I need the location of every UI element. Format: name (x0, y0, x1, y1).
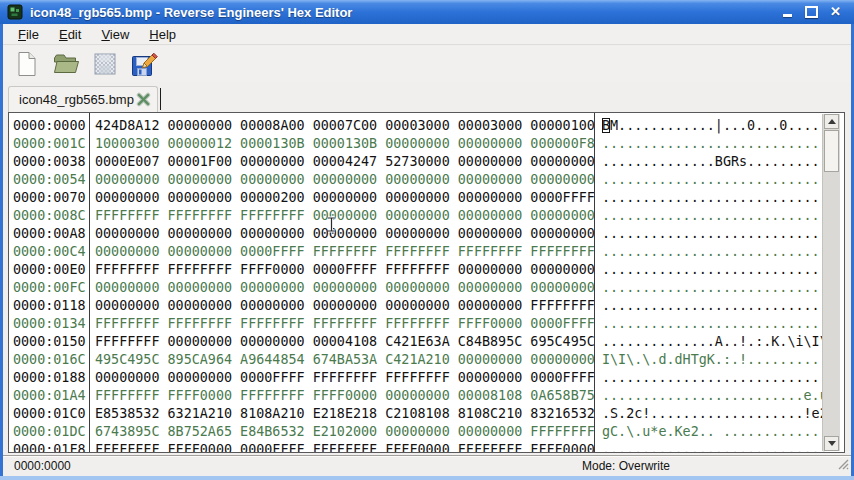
menu-file[interactable]: File (8, 25, 49, 44)
row-ascii[interactable]: ............................ (595, 207, 828, 225)
row-ascii[interactable]: ............................ (595, 315, 828, 333)
maximize-icon[interactable] (804, 5, 819, 19)
row-offset: 0000:01C0 (9, 405, 90, 423)
row-ascii[interactable]: ............................ (595, 441, 828, 453)
open-file-icon[interactable] (51, 49, 81, 79)
title-bar[interactable]: icon48_rgb565.bmp - Reverse Engineers' H… (0, 0, 854, 24)
mouse-ibeam-cursor (326, 216, 337, 237)
save-as-icon[interactable] (129, 49, 159, 79)
row-offset: 0000:00A8 (9, 225, 90, 243)
scrollbar-thumb[interactable] (824, 130, 839, 172)
hex-row[interactable]: 0000:00C400000000 00000000 0000FFFF FFFF… (9, 243, 824, 261)
row-hex-bytes[interactable]: 00000000 00000000 0000FFFF FFFFFFFF FFFF… (90, 369, 595, 387)
row-ascii[interactable]: ............................ (595, 189, 828, 207)
row-offset: 0000:008C (9, 207, 90, 225)
hex-row[interactable]: 0000:007000000000 00000000 00000200 0000… (9, 189, 824, 207)
row-ascii[interactable]: BM............|...0...0..... (595, 117, 828, 135)
row-ascii[interactable]: ............................ (595, 135, 828, 153)
tab-icon48-rgb565[interactable]: icon48_rgb565.bmp (8, 86, 158, 112)
hex-row[interactable]: 0000:01A4FFFFFFFF FFFF0000 FFFFFFFF FFFF… (9, 387, 824, 405)
row-offset: 0000:00FC (9, 279, 90, 297)
row-hex-bytes[interactable]: 00000000 00000000 00000000 00000000 0000… (90, 225, 595, 243)
row-offset: 0000:0054 (9, 171, 90, 189)
row-hex-bytes[interactable]: 00000000 00000000 00000200 00000000 0000… (90, 189, 595, 207)
row-offset: 0000:001C (9, 135, 90, 153)
row-offset: 0000:0118 (9, 297, 90, 315)
hex-row[interactable]: 0000:011800000000 00000000 00000000 0000… (9, 297, 824, 315)
row-hex-bytes[interactable]: 00000000 00000000 00000000 00000000 0000… (90, 171, 595, 189)
toolbar (3, 46, 851, 82)
app-icon (7, 4, 23, 20)
menu-edit[interactable]: Edit (49, 25, 91, 44)
row-ascii[interactable]: ..............A..!.:.K.\i\I\ (595, 333, 828, 351)
status-mode: Mode: Overwrite (582, 459, 670, 473)
row-hex-bytes[interactable]: 0000E007 00001F00 00000000 00004247 5273… (90, 153, 595, 171)
resize-grip-icon[interactable] (837, 456, 849, 474)
tab-close-icon[interactable] (135, 92, 151, 108)
new-file-icon[interactable] (12, 49, 42, 79)
row-hex-bytes[interactable]: 6743895C 8B752A65 E84B6532 E2102000 0000… (90, 423, 595, 441)
row-hex-bytes[interactable]: 495C495C 895CA964 A9644854 674BA53A C421… (90, 351, 595, 369)
row-ascii[interactable]: I\I\.\.d.dHTgK.:.!.......... (595, 351, 828, 369)
row-ascii[interactable]: ............................ (595, 261, 828, 279)
hex-row[interactable]: 0000:01F8FFFFFFFF FFFF0000 0000FFFF FFFF… (9, 441, 824, 453)
save-icon[interactable] (90, 49, 120, 79)
row-hex-bytes[interactable]: 10000300 00000012 0000130B 0000130B 0000… (90, 135, 595, 153)
hex-row[interactable]: 0000:00380000E007 00001F00 00000000 0000… (9, 153, 824, 171)
row-ascii[interactable]: .........................e.u (595, 387, 828, 405)
row-offset: 0000:0150 (9, 333, 90, 351)
hex-row[interactable]: 0000:0134FFFFFFFF FFFFFFFF FFFFFFFF FFFF… (9, 315, 824, 333)
row-offset: 0000:016C (9, 351, 90, 369)
row-ascii[interactable]: ..............BGRs.......... (595, 153, 828, 171)
row-ascii[interactable]: .S.2c!...................!e2 (595, 405, 828, 423)
vertical-scrollbar[interactable] (822, 114, 840, 451)
hex-row[interactable]: 0000:001C10000300 00000012 0000130B 0000… (9, 135, 824, 153)
row-hex-bytes[interactable]: FFFFFFFF FFFFFFFF FFFF0000 0000FFFF FFFF… (90, 261, 595, 279)
row-ascii[interactable]: ............................ (595, 225, 828, 243)
hex-row[interactable]: 0000:0150FFFFFFFF 00000000 00000000 0000… (9, 333, 824, 351)
hex-row[interactable]: 0000:00E0FFFFFFFF FFFFFFFF FFFF0000 0000… (9, 261, 824, 279)
hex-row[interactable]: 0000:016C495C495C 895CA964 A9644854 674B… (9, 351, 824, 369)
row-ascii[interactable]: ............................ (595, 369, 828, 387)
offset-divider (89, 113, 90, 452)
row-hex-bytes[interactable]: FFFFFFFF FFFFFFFF FFFFFFFF 00000000 0000… (90, 207, 595, 225)
hex-row[interactable]: 0000:01DC6743895C 8B752A65 E84B6532 E210… (9, 423, 824, 441)
row-hex-bytes[interactable]: 00000000 00000000 00000000 00000000 0000… (90, 297, 595, 315)
row-hex-bytes[interactable]: FFFFFFFF FFFF0000 0000FFFF FFFFFFFF FFFF… (90, 441, 595, 453)
tab-bar: icon48_rgb565.bmp (3, 82, 851, 112)
hex-row[interactable]: 0000:008CFFFFFFFF FFFFFFFF FFFFFFFF 0000… (9, 207, 824, 225)
row-hex-bytes[interactable]: 00000000 00000000 0000FFFF FFFFFFFF FFFF… (90, 243, 595, 261)
row-hex-bytes[interactable]: FFFFFFFF FFFFFFFF FFFFFFFF FFFFFFFF FFFF… (90, 315, 595, 333)
hex-row[interactable]: 0000:018800000000 00000000 0000FFFF FFFF… (9, 369, 824, 387)
menu-help[interactable]: Help (139, 25, 186, 44)
hex-row[interactable]: 0000:0000424D8A12 00000000 00008A00 0000… (9, 117, 824, 135)
row-hex-bytes[interactable]: FFFFFFFF 00000000 00000000 00004108 C421… (90, 333, 595, 351)
minimize-icon[interactable] (780, 5, 795, 19)
hex-row[interactable]: 0000:00FC00000000 00000000 00000000 0000… (9, 279, 824, 297)
scroll-down-icon[interactable] (824, 436, 839, 451)
close-icon[interactable]: ✕ (828, 5, 843, 19)
menu-view[interactable]: View (91, 25, 139, 44)
row-hex-bytes[interactable]: 00000000 00000000 00000000 00000000 0000… (90, 279, 595, 297)
row-hex-bytes[interactable]: FFFFFFFF FFFF0000 FFFFFFFF FFFF0000 0000… (90, 387, 595, 405)
row-ascii[interactable]: ............................ (595, 243, 828, 261)
app-window: icon48_rgb565.bmp - Reverse Engineers' H… (0, 0, 854, 480)
hex-editor-view[interactable]: 0000:0000424D8A12 00000000 00008A00 0000… (8, 112, 845, 453)
tab-caret (160, 88, 161, 110)
hex-row[interactable]: 0000:01C0E8538532 6321A210 8108A210 E218… (9, 405, 824, 423)
scroll-up-icon[interactable] (824, 114, 839, 129)
row-ascii[interactable]: gC.\.u*e.Ke2.. ............. (595, 423, 828, 441)
tab-label: icon48_rgb565.bmp (19, 92, 135, 107)
row-offset: 0000:01A4 (9, 387, 90, 405)
hex-row[interactable]: 0000:00A800000000 00000000 00000000 0000… (9, 225, 824, 243)
row-ascii[interactable]: ............................ (595, 279, 828, 297)
row-hex-bytes[interactable]: 424D8A12 00000000 00008A00 00007C00 0000… (90, 117, 595, 135)
hex-row[interactable]: 0000:005400000000 00000000 00000000 0000… (9, 171, 824, 189)
ascii-cursor: B (602, 118, 610, 133)
row-ascii[interactable]: ............................ (595, 297, 828, 315)
hex-rows: 0000:0000424D8A12 00000000 00008A00 0000… (9, 117, 824, 453)
row-offset: 0000:0038 (9, 153, 90, 171)
row-hex-bytes[interactable]: E8538532 6321A210 8108A210 E218E218 C210… (90, 405, 595, 423)
row-ascii[interactable]: ............................ (595, 171, 828, 189)
status-offset: 0000:0000 (14, 459, 71, 473)
